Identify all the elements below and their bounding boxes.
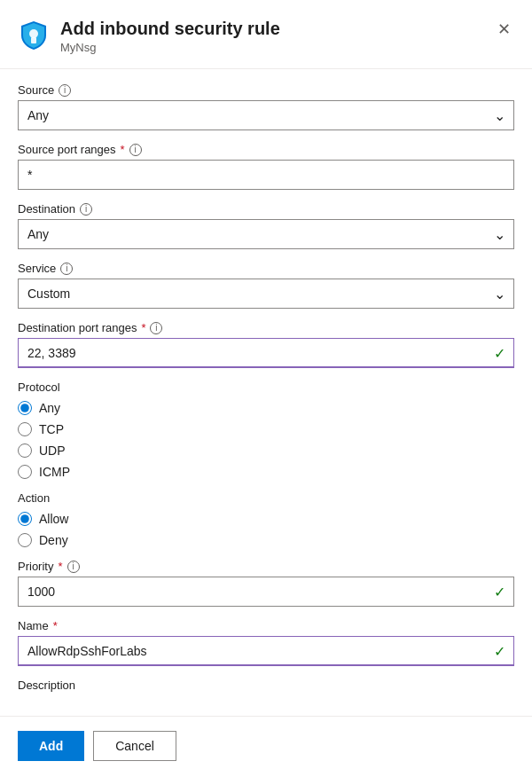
panel-body: Source i Any IP Addresses Service Tag My…: [0, 69, 532, 769]
shield-icon: [18, 20, 50, 51]
name-required: *: [53, 619, 58, 632]
service-select[interactable]: Custom HTTP HTTPS SSH RDP MS SQL MySQL P…: [18, 279, 514, 309]
name-input[interactable]: [18, 636, 514, 666]
priority-input[interactable]: [18, 577, 514, 607]
protocol-udp-label: UDP: [39, 443, 66, 458]
action-allow-item[interactable]: Allow: [18, 512, 514, 526]
service-label: Service i: [18, 262, 514, 275]
service-info-icon[interactable]: i: [60, 263, 73, 275]
protocol-udp-radio[interactable]: [18, 443, 32, 458]
priority-required: *: [58, 560, 62, 573]
source-port-required: *: [121, 143, 125, 156]
action-label: Action: [18, 491, 514, 505]
dest-port-input-wrapper: ✓: [18, 338, 514, 368]
destination-info-icon[interactable]: i: [80, 203, 92, 216]
panel-header: Add inbound security rule MyNsg ✕: [0, 0, 532, 69]
protocol-group: Protocol Any TCP UDP ICMP: [18, 381, 514, 479]
source-port-info-icon[interactable]: i: [129, 144, 142, 156]
source-group: Source i Any IP Addresses Service Tag My…: [18, 83, 514, 130]
svg-rect-1: [31, 37, 36, 43]
header-text: Add inbound security rule MyNsg: [60, 18, 494, 54]
protocol-radio-group: Any TCP UDP ICMP: [18, 401, 514, 479]
protocol-label: Protocol: [18, 381, 514, 394]
action-deny-item[interactable]: Deny: [18, 533, 514, 547]
protocol-icmp-label: ICMP: [39, 465, 70, 479]
dest-port-group: Destination port ranges * i ✓: [18, 321, 514, 368]
destination-select-wrapper: Any IP Addresses Service Tag Application…: [18, 219, 514, 249]
description-label: Description: [18, 679, 514, 692]
source-port-ranges-group: Source port ranges * i: [18, 143, 514, 190]
cancel-button[interactable]: Cancel: [93, 731, 176, 761]
add-button[interactable]: Add: [18, 731, 84, 761]
protocol-any-item[interactable]: Any: [18, 401, 514, 415]
protocol-tcp-label: TCP: [39, 422, 64, 436]
panel-subtitle: MyNsg: [60, 41, 494, 54]
name-input-wrapper: ✓: [18, 636, 514, 666]
protocol-tcp-radio[interactable]: [18, 422, 32, 436]
panel-title: Add inbound security rule: [60, 18, 494, 39]
dest-port-check-icon: ✓: [494, 345, 505, 362]
name-group: Name * ✓: [18, 619, 514, 666]
service-select-wrapper: Custom HTTP HTTPS SSH RDP MS SQL MySQL P…: [18, 279, 514, 309]
action-group: Action Allow Deny: [18, 491, 514, 547]
source-select-wrapper: Any IP Addresses Service Tag My IP addre…: [18, 100, 514, 130]
protocol-udp-item[interactable]: UDP: [18, 443, 514, 458]
action-deny-label: Deny: [39, 533, 68, 547]
name-label: Name *: [18, 619, 514, 632]
source-select[interactable]: Any IP Addresses Service Tag My IP addre…: [18, 100, 514, 130]
protocol-icmp-item[interactable]: ICMP: [18, 465, 514, 479]
dest-port-label: Destination port ranges * i: [18, 321, 514, 334]
dest-port-input[interactable]: [18, 338, 514, 368]
action-deny-radio[interactable]: [18, 533, 32, 547]
source-info-icon[interactable]: i: [59, 84, 71, 97]
svg-point-0: [29, 29, 38, 38]
dest-port-info-icon[interactable]: i: [150, 322, 162, 334]
protocol-icmp-radio[interactable]: [18, 465, 32, 479]
priority-check-icon: ✓: [494, 584, 505, 600]
source-port-input[interactable]: [18, 160, 514, 190]
panel-footer: Add Cancel: [0, 716, 532, 769]
priority-label: Priority * i: [18, 560, 514, 573]
protocol-any-radio[interactable]: [18, 401, 32, 415]
priority-info-icon[interactable]: i: [67, 561, 80, 573]
destination-select[interactable]: Any IP Addresses Service Tag Application…: [18, 219, 514, 249]
service-group: Service i Custom HTTP HTTPS SSH RDP MS S…: [18, 262, 514, 309]
protocol-any-label: Any: [39, 401, 60, 415]
action-allow-radio[interactable]: [18, 512, 32, 526]
priority-group: Priority * i ✓: [18, 560, 514, 607]
priority-input-wrapper: ✓: [18, 577, 514, 607]
name-check-icon: ✓: [494, 643, 505, 660]
dest-port-required: *: [141, 321, 145, 334]
close-button[interactable]: ✕: [494, 18, 514, 41]
action-allow-label: Allow: [39, 512, 68, 526]
description-group: Description: [18, 679, 514, 692]
panel: Add inbound security rule MyNsg ✕ Source…: [0, 0, 532, 769]
destination-label: Destination i: [18, 202, 514, 216]
source-port-label: Source port ranges * i: [18, 143, 514, 156]
source-label: Source i: [18, 83, 514, 97]
protocol-tcp-item[interactable]: TCP: [18, 422, 514, 436]
action-radio-group: Allow Deny: [18, 512, 514, 547]
destination-group: Destination i Any IP Addresses Service T…: [18, 202, 514, 249]
